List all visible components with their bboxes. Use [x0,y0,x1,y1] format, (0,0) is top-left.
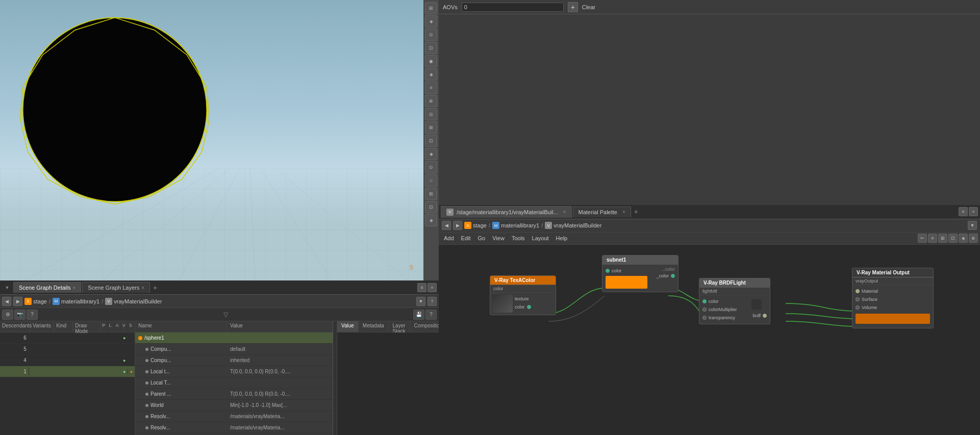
vp-btn-1[interactable]: ⊞ [425,2,437,14]
vp-btn-8[interactable]: ⊕ [425,95,437,107]
vp-btn-13[interactable]: ⊙ [425,161,437,173]
menu-view[interactable]: View [489,234,508,242]
forward-btn[interactable]: ▶ [13,297,22,306]
mat-toolbar-btn-4[interactable]: ⊡ [948,234,958,243]
tab-close-icon-2[interactable]: × [141,285,144,291]
panel-close-btn[interactable]: × [428,283,437,292]
node-brdflight[interactable]: V-Ray BRDFLight lightMtl color colorMult… [699,278,770,324]
vp-btn-2[interactable]: ◈ [425,15,437,28]
mat-toolbar-btn-3[interactable]: ⊞ [938,234,947,243]
dot-resolv1 [145,415,148,418]
mat-toolbar-btn-5[interactable]: ◈ [959,234,968,243]
row-name-compu2: Compu... [135,356,227,364]
menu-go[interactable]: Go [475,234,489,242]
mat-vray-icon: V [446,209,454,216]
node-subnet1[interactable]: subnet1 color ...color _col [602,255,679,292]
mat-close-btn[interactable]: × [969,207,978,216]
col-header-kind: Kind [54,321,73,332]
props-tab-layerstack[interactable]: Layer Stack [389,321,410,332]
mat-menu-btn[interactable]: ≡ [959,207,968,216]
props-tab-value[interactable]: Value [337,321,359,332]
vp-btn-7[interactable]: ≡ [425,82,437,94]
mat-tab-palette-close[interactable]: × [622,209,625,215]
props-tab-metadata[interactable]: Metadata [359,321,389,332]
tab-menu-icon: ▼ [5,285,10,290]
mat-toolbar-btn-2[interactable]: ≡ [928,234,937,243]
breadcrumb-menu-btn[interactable]: ▼ [416,297,425,306]
material-tab-palette[interactable]: Material Palette × [573,207,631,217]
toolbar-save-btn[interactable]: 💾 [413,310,424,320]
aovs-add-button[interactable]: + [568,2,578,12]
menu-edit[interactable]: Edit [458,234,474,242]
cell-desc-1: 6 [0,334,29,342]
vp-btn-9[interactable]: ◎ [425,108,437,120]
material-tab-vray[interactable]: V /stage/materiallibrary1/vrayMaterialBu… [441,206,572,218]
row-compu1[interactable]: Compu... default [135,344,333,355]
node-matoutput[interactable]: V-Ray Material Output vrayOutput Materia… [852,268,934,328]
row-sphere1[interactable]: /sphere1 [135,332,333,344]
mat-forward-btn[interactable]: ▶ [453,221,462,230]
toolbar-settings-btn[interactable]: ⚙ [2,310,13,320]
left-row-2: 5 [0,344,135,355]
col-header-s: S [128,321,135,332]
row-resolv1[interactable]: Resolv... /materials/vrayMateria... [135,411,333,422]
port-surface-in: Surface [856,295,930,303]
vp-btn-15[interactable]: ⊞ [425,188,437,200]
vp-btn-4[interactable]: ⊡ [425,42,437,54]
aovs-input[interactable] [462,3,564,12]
vp-btn-14[interactable]: ☆ [425,174,437,187]
tab-close-icon[interactable]: × [73,285,76,291]
vp-btn-17[interactable]: ◈ [425,214,437,226]
left-col-headers: Descendants Variants Kind Draw Mode P L … [0,321,135,332]
breadcrumb-help-btn[interactable]: ? [428,297,437,306]
mat-breadcrumb-vray: V vrayMaterialBuilder [545,222,601,229]
aovs-clear-button[interactable]: Clear [582,4,595,10]
scene-graph-details-tab[interactable]: Scene Graph Details × [13,282,81,293]
row-world[interactable]: World Min[-1.0 -1.0 -1.0] Max[... [135,400,333,411]
panel-menu-btn[interactable]: ≡ [417,283,426,292]
vp-btn-6[interactable]: ◈ [425,68,437,81]
port-subnet-color-in: color [606,267,647,275]
vp-btn-10[interactable]: ⊞ [425,121,437,134]
mat-tab-label: /stage/materiallibrary1/vrayMaterialBuil… [457,209,558,215]
svg-point-7 [23,18,207,202]
node-swatch-texacolor [492,295,513,313]
mat-breadcrumb-menu[interactable]: ▼ [968,221,977,230]
props-tab-composition[interactable]: Composition [410,321,439,332]
menu-add[interactable]: Add [441,234,457,242]
row-parent[interactable]: Parent ... T(0.0, 0.0, 0.0) R(0.0, -0...… [135,389,333,400]
add-tab-button[interactable]: + [151,284,159,292]
vp-btn-5[interactable]: ◉ [425,55,437,67]
row-val-sphere1 [227,337,333,339]
node-subnet1-header: subnet1 [602,255,678,265]
row-compu2[interactable]: Compu... inherited [135,355,333,366]
row-localt2[interactable]: Local T... [135,377,333,389]
vp-btn-16[interactable]: ⊡ [425,201,437,213]
col-header-p: P [101,321,108,332]
toolbar-help-btn[interactable]: ? [27,310,38,320]
mat-back-btn[interactable]: ◀ [442,221,451,230]
menu-layout[interactable]: Layout [529,234,552,242]
col-header-l: L [108,321,115,332]
matoutput-surface-in-port [856,297,860,301]
vp-btn-12[interactable]: ◈ [425,148,437,160]
vp-btn-11[interactable]: ⊡ [425,135,437,147]
port-colormult-in: colorMultiplier [702,305,751,314]
mat-add-tab-btn[interactable]: + [632,208,640,216]
left-row-3: 4 ● [0,355,135,366]
row-localt1[interactable]: Local t... T(0.0, 0.0, 0.0) R(0.0, -0...… [135,366,333,377]
toolbar-help2-btn[interactable]: ? [425,310,437,320]
mat-toolbar-btn-6[interactable]: ⊕ [969,234,978,243]
row-resolv2[interactable]: Resolv... /materials/vrayMateria... [135,422,333,433]
menu-tools[interactable]: Tools [509,234,528,242]
eye-icon-3: ● [121,358,128,363]
back-btn[interactable]: ◀ [2,297,11,306]
vray-label: vrayMaterialBuilder [114,298,162,304]
menu-help[interactable]: Help [553,234,571,242]
scene-graph-layers-tab[interactable]: Scene Graph Layers × [82,282,150,293]
node-texacolor[interactable]: V-Ray TexAColor color texture color [490,275,556,315]
vp-btn-3[interactable]: ⊙ [425,29,437,41]
toolbar-camera-btn[interactable]: 📷 [14,310,26,320]
mat-tab-close[interactable]: × [563,209,566,215]
mat-toolbar-btn-1[interactable]: ✂ [918,234,927,243]
